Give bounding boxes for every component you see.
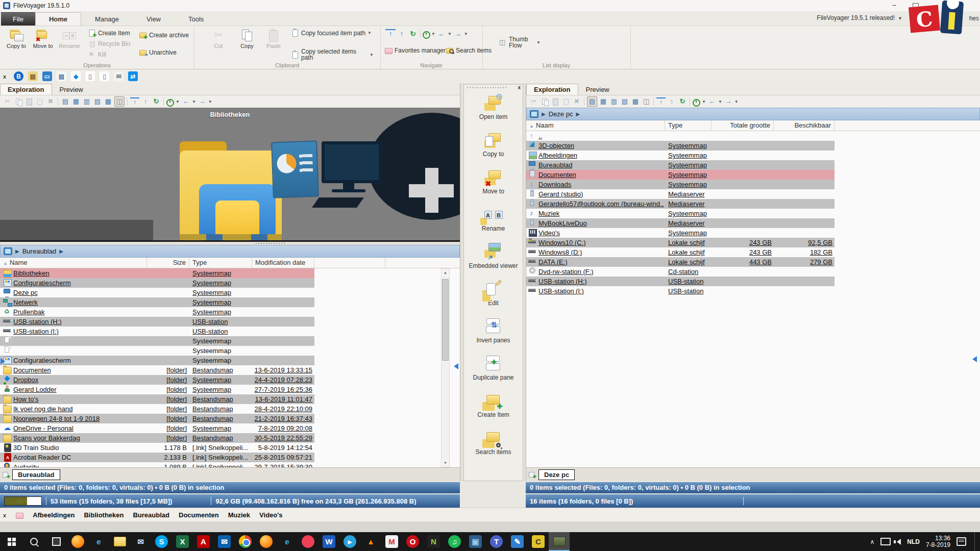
- ribbon-tab[interactable]: View: [133, 12, 175, 26]
- favorite-link[interactable]: Afbeeldingen: [33, 511, 75, 519]
- table-row[interactable]: Configuratiescherm Systeemmap: [0, 278, 314, 288]
- history-icon[interactable]: [423, 31, 430, 39]
- table-row[interactable]: Gerardello57@outlook.com (bureau-wind...…: [526, 199, 835, 209]
- excel[interactable]: X: [172, 532, 193, 551]
- thumb-flow-preview[interactable]: Bibliotheken: [0, 108, 460, 242]
- table-row[interactable]: Video's Systeemmap: [526, 228, 835, 238]
- table-row[interactable]: Scans voor Bakkerdag [folder] Bestandsma…: [0, 433, 314, 443]
- table-row[interactable]: Dvd-rw-station (F:) Cd-station: [526, 267, 835, 277]
- table-row[interactable]: Bureaublad Systeemmap: [526, 160, 835, 170]
- recycle-bin-button[interactable]: Recycle Bin: [88, 40, 130, 47]
- notepad-plus[interactable]: N: [423, 532, 444, 551]
- copy-button[interactable]: Copy: [234, 28, 260, 49]
- table-row[interactable]: USB-station (I:) USB-station: [0, 327, 314, 336]
- remote-desktop[interactable]: ▭: [42, 71, 52, 81]
- ribbon-tab[interactable]: Home: [35, 12, 81, 26]
- table-row[interactable]: Gerard (studio) Mediaserver: [526, 189, 835, 199]
- table-row[interactable]: Audacity 1.089 B [.lnk] Snelkoppeli... 2…: [0, 462, 314, 467]
- filevoyager[interactable]: [549, 532, 570, 551]
- middle-toolbar-button[interactable]: Copy to: [464, 130, 523, 165]
- back-icon[interactable]: ←: [436, 29, 447, 38]
- paste-button[interactable]: Paste: [260, 28, 287, 49]
- back-icon[interactable]: [181, 97, 190, 106]
- view-thumbnails-icon[interactable]: [104, 97, 113, 106]
- right-breadcrumb[interactable]: ▶ Deze pc ▶: [526, 108, 980, 120]
- view-grid-icon[interactable]: [609, 97, 619, 106]
- forward-icon[interactable]: [724, 97, 733, 106]
- thumb-flow-button[interactable]: Thumb Flow ▼: [498, 36, 541, 48]
- table-row[interactable]: Dropbox [folder] Systeemmap 24-4-2019 07…: [0, 375, 314, 385]
- table-row[interactable]: Downloads Systeemmap: [526, 180, 835, 189]
- toolbar-drag-handle[interactable]: x: [464, 85, 523, 91]
- cut-icon[interactable]: [3, 97, 12, 106]
- language-indicator[interactable]: NLD: [907, 538, 920, 545]
- winrar-archive[interactable]: ▤: [28, 71, 38, 81]
- envelope[interactable]: ✉: [114, 71, 124, 81]
- table-row[interactable]: Ik voel nog die hand [folder] Bestandsma…: [0, 404, 314, 414]
- view-tiles-icon[interactable]: [93, 97, 102, 106]
- favorite-link[interactable]: Muziek: [228, 511, 250, 519]
- action-center-icon[interactable]: [957, 537, 966, 546]
- maximize-button[interactable]: [913, 3, 919, 9]
- forward-icon[interactable]: [198, 97, 207, 106]
- copy-to-button[interactable]: Copy to: [3, 28, 30, 49]
- vlc[interactable]: ▲: [360, 532, 381, 551]
- file-explorer[interactable]: [109, 532, 130, 551]
- left-breadcrumb[interactable]: ▶ Bureaublad ▶: [0, 245, 460, 258]
- create-item-button[interactable]: Create Item: [88, 29, 130, 37]
- bluetooth[interactable]: B: [14, 71, 23, 81]
- minimize-button[interactable]: –: [889, 2, 899, 10]
- table-row[interactable]: 3D Train Studio 1.178 B [.lnk] Snelkoppe…: [0, 443, 314, 453]
- teams[interactable]: T: [486, 532, 507, 551]
- opera[interactable]: O: [402, 532, 423, 551]
- refresh-icon[interactable]: ↻: [408, 29, 418, 38]
- copy-icon[interactable]: [14, 97, 23, 106]
- right-folder-tab[interactable]: Deze pc: [538, 469, 575, 480]
- paste-icon[interactable]: [24, 97, 34, 106]
- paste-icon[interactable]: [551, 97, 560, 106]
- wordpad-document[interactable]: ▤: [57, 71, 66, 81]
- close-icon[interactable]: x: [3, 73, 9, 80]
- close-icon[interactable]: x: [3, 512, 6, 518]
- word[interactable]: W: [318, 532, 339, 551]
- middle-toolbar-button[interactable]: Create Item: [464, 391, 523, 426]
- favorite-link[interactable]: Video's: [259, 511, 282, 519]
- view-thumbnails-icon[interactable]: [631, 97, 640, 106]
- table-row[interactable]: DATA (E:) Lokale schijf 443 GB 279 GB: [526, 257, 835, 267]
- middle-toolbar-button[interactable]: Rename: [464, 205, 523, 240]
- start-button[interactable]: [0, 532, 22, 551]
- table-row[interactable]: ..: [526, 131, 835, 141]
- unarchive-button[interactable]: Unarchive: [139, 48, 177, 56]
- hidden-icons-chevron[interactable]: ∧: [870, 538, 874, 545]
- history-icon[interactable]: [693, 99, 700, 107]
- edge[interactable]: e: [277, 532, 298, 551]
- column-header-total[interactable]: Totale grootte: [712, 120, 774, 131]
- pane-tab[interactable]: Exploration: [0, 84, 52, 95]
- left-folder-tab[interactable]: Bureaublad: [12, 469, 60, 480]
- network-icon[interactable]: [880, 538, 891, 545]
- pane-tab[interactable]: Exploration: [526, 84, 578, 95]
- history-icon[interactable]: [166, 99, 174, 107]
- go-up-icon[interactable]: [141, 97, 150, 106]
- close-icon[interactable]: x: [518, 85, 521, 90]
- go-top-icon[interactable]: [130, 97, 139, 106]
- table-row[interactable]: Deze pc Systeemmap: [0, 288, 314, 297]
- add-tab-icon[interactable]: [528, 471, 536, 478]
- scroll-down-icon[interactable]: ▼: [442, 459, 449, 467]
- table-row[interactable]: USB-station (I:) USB-station: [526, 286, 835, 296]
- table-row[interactable]: Configuratiescherm Systeemmap: [0, 356, 314, 365]
- vertical-scrollbar[interactable]: ▲ ▼: [441, 268, 450, 467]
- table-row[interactable]: Windows10 (C:) Lokale schijf 243 GB 92,5…: [526, 238, 835, 247]
- go-top-icon[interactable]: ↑: [385, 29, 396, 38]
- back-icon[interactable]: [707, 97, 717, 106]
- refresh-icon[interactable]: [678, 97, 687, 106]
- rename-button[interactable]: Rename: [56, 28, 83, 49]
- document[interactable]: ▯: [100, 71, 109, 81]
- telegram[interactable]: ▸: [339, 532, 360, 551]
- view-list-icon[interactable]: [599, 97, 608, 106]
- middle-toolbar-button[interactable]: Edit: [464, 279, 523, 314]
- column-header-type[interactable]: Type: [665, 120, 712, 131]
- update-notice[interactable]: FileVoyager 19.5.1 released!▼: [817, 14, 902, 21]
- outlook[interactable]: ✉: [214, 532, 235, 551]
- ribbon-tab[interactable]: File: [1, 12, 35, 26]
